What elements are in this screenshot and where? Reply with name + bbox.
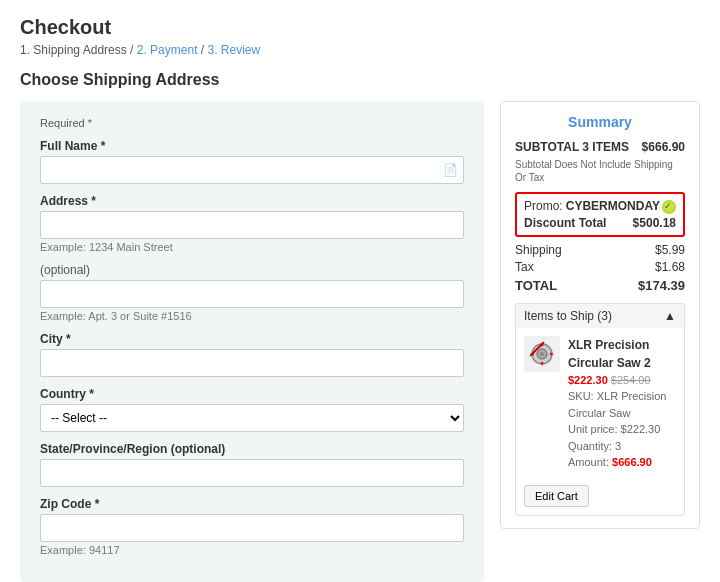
discount-row: Discount Total $500.18: [524, 216, 676, 230]
tax-value: $1.68: [655, 260, 685, 274]
promo-row: Promo: CYBERMONDAY: [524, 199, 676, 214]
address2-hint: Example: Apt. 3 or Suite #1516: [40, 310, 464, 322]
subtotal-note: Subtotal Does Not Include Shipping Or Ta…: [515, 158, 685, 184]
full-name-label: Full Name *: [40, 139, 464, 153]
promo-check-icon: [662, 200, 676, 214]
country-label: Country *: [40, 387, 464, 401]
item-unit-label: Unit price:: [568, 423, 618, 435]
address-hint: Example: 1234 Main Street: [40, 241, 464, 253]
country-select[interactable]: -- Select --: [40, 404, 464, 432]
item-amount-value: $666.90: [612, 456, 652, 468]
section-title: Choose Shipping Address: [20, 71, 700, 89]
zip-field: Zip Code * Example: 94117: [40, 497, 464, 556]
total-row: TOTAL $174.39: [515, 278, 685, 293]
zip-input[interactable]: [40, 514, 464, 542]
full-name-input-wrapper: 📄: [40, 156, 464, 184]
svg-point-2: [540, 352, 544, 356]
address-book-icon: 📄: [443, 163, 458, 177]
discount-label: Discount Total: [524, 216, 606, 230]
item-unit-value: $222.30: [621, 423, 661, 435]
item-image: [524, 336, 560, 372]
item-unit-row: Unit price: $222.30: [568, 421, 676, 438]
country-field: Country * -- Select --: [40, 387, 464, 432]
breadcrumb-step2[interactable]: 2. Payment: [137, 43, 198, 57]
full-name-input[interactable]: [40, 156, 464, 184]
edit-cart-button[interactable]: Edit Cart: [524, 485, 589, 507]
item-price-row: $222.30 $254.00: [568, 372, 676, 389]
collapse-icon: ▲: [664, 309, 676, 323]
item-amount-label: Amount:: [568, 456, 609, 468]
city-input[interactable]: [40, 349, 464, 377]
zip-hint: Example: 94117: [40, 544, 464, 556]
address2-optional-label: (optional): [40, 263, 464, 277]
promo-box: Promo: CYBERMONDAY Discount Total $500.1…: [515, 192, 685, 237]
form-panel: Required * Full Name * 📄 Address * Examp…: [20, 101, 484, 582]
address-field: Address * Example: 1234 Main Street: [40, 194, 464, 253]
item-price-sale: $222.30: [568, 374, 608, 386]
item-amount-row: Amount: $666.90: [568, 454, 676, 471]
tax-label: Tax: [515, 260, 534, 274]
promo-label: Promo:: [524, 199, 563, 213]
state-input[interactable]: [40, 459, 464, 487]
tax-row: Tax $1.68: [515, 260, 685, 274]
shipping-label: Shipping: [515, 243, 562, 257]
breadcrumb: 1. Shipping Address / 2. Payment / 3. Re…: [20, 43, 700, 57]
total-label: TOTAL: [515, 278, 557, 293]
address2-input[interactable]: [40, 280, 464, 308]
state-field: State/Province/Region (optional): [40, 442, 464, 487]
discount-value: $500.18: [633, 216, 676, 230]
city-field: City *: [40, 332, 464, 377]
subtotal-value: $666.90: [642, 140, 685, 154]
address2-field: (optional) Example: Apt. 3 or Suite #151…: [40, 263, 464, 322]
items-to-ship-label: Items to Ship (3): [524, 309, 612, 323]
item-row: XLR Precision Circular Saw 2 $222.30 $25…: [516, 328, 684, 479]
page-title: Checkout: [20, 16, 700, 39]
shipping-row: Shipping $5.99: [515, 243, 685, 257]
city-label: City *: [40, 332, 464, 346]
breadcrumb-sep1: /: [130, 43, 137, 57]
promo-code-value: CYBERMONDAY: [566, 199, 676, 214]
item-sku-label: SKU:: [568, 390, 594, 402]
breadcrumb-step3[interactable]: 3. Review: [207, 43, 260, 57]
item-qty-label: Quantity:: [568, 440, 612, 452]
address-label: Address *: [40, 194, 464, 208]
summary-title: Summary: [515, 114, 685, 130]
items-to-ship: Items to Ship (3) ▲: [515, 303, 685, 516]
full-name-field: Full Name * 📄: [40, 139, 464, 184]
total-value: $174.39: [638, 278, 685, 293]
item-qty-value: 3: [615, 440, 621, 452]
breadcrumb-step1: 1. Shipping Address: [20, 43, 127, 57]
item-info: XLR Precision Circular Saw 2 $222.30 $25…: [568, 336, 676, 471]
state-label: State/Province/Region (optional): [40, 442, 464, 456]
required-note: Required *: [40, 117, 464, 129]
item-name: XLR Precision Circular Saw 2: [568, 336, 676, 372]
items-to-ship-header[interactable]: Items to Ship (3) ▲: [516, 304, 684, 328]
address-input[interactable]: [40, 211, 464, 239]
shipping-value: $5.99: [655, 243, 685, 257]
item-sku-row: SKU: XLR Precision Circular Saw: [568, 388, 676, 421]
zip-label: Zip Code *: [40, 497, 464, 511]
summary-panel: Summary SUBTOTAL 3 ITEMS $666.90 Subtota…: [500, 101, 700, 529]
promo-code: CYBERMONDAY: [566, 199, 660, 213]
main-layout: Required * Full Name * 📄 Address * Examp…: [20, 101, 700, 582]
subtotal-row: SUBTOTAL 3 ITEMS $666.90: [515, 140, 685, 154]
item-price-orig: $254.00: [611, 374, 651, 386]
item-qty-row: Quantity: 3: [568, 438, 676, 455]
circular-saw-svg: [526, 338, 558, 370]
subtotal-label: SUBTOTAL 3 ITEMS: [515, 140, 629, 154]
